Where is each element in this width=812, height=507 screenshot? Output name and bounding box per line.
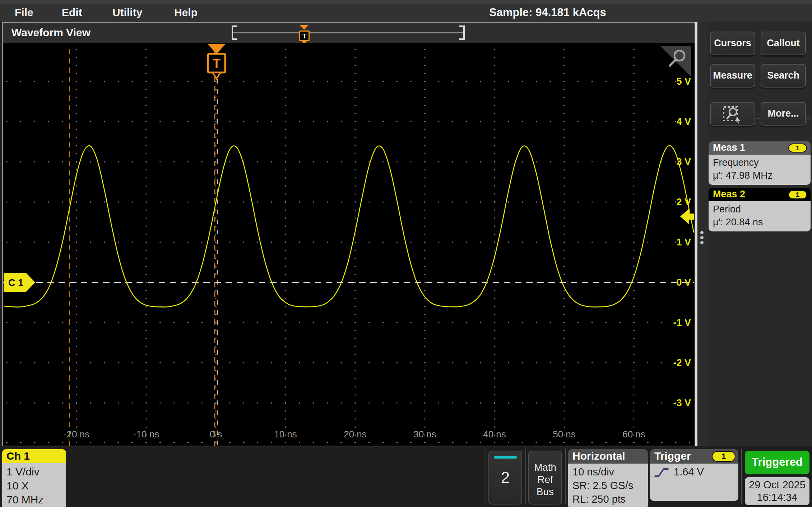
x-axis-label-1: -10 ns xyxy=(133,429,159,440)
y-axis-label-0V: 0 V xyxy=(676,277,691,288)
meas-1-value: µ': 47.98 MHz xyxy=(713,169,806,182)
bottom-bar: Ch 1 1 V/div 10 X 70 MHz 2 Math Ref Bus … xyxy=(0,446,812,507)
trigger-position-flag-icon[interactable]: T xyxy=(299,30,310,41)
acquisition-sample-count: Sample: 94.181 kAcqs xyxy=(489,6,606,19)
horizontal-position-track[interactable] xyxy=(232,32,464,33)
meas-1-card[interactable]: Meas 1 1 Frequency µ': 47.98 MHz xyxy=(709,141,811,185)
svg-text:T: T xyxy=(213,56,221,71)
time-label: 16:14:34 xyxy=(745,491,809,504)
scrollbar-grip-dot xyxy=(700,241,704,244)
trigger-level: 1.64 V xyxy=(674,466,704,478)
zoom-corner-button[interactable] xyxy=(660,46,691,77)
meas-2-header[interactable]: Meas 2 1 xyxy=(709,188,811,201)
menu-utility[interactable]: Utility xyxy=(112,6,142,19)
acquisition-window-left-bracket xyxy=(232,25,237,40)
x-axis-label-7: 50 ns xyxy=(553,429,576,440)
x-axis-label-6: 40 ns xyxy=(483,429,506,440)
waveform-view[interactable]: Waveform View T 5 V4 V3 V2 V1 V0 V-1 V-2… xyxy=(2,22,695,446)
measure-button[interactable]: Measure xyxy=(710,64,755,88)
meas-2-value: µ': 20.84 ns xyxy=(713,216,806,229)
channel-1-plot-badge[interactable]: C 1 xyxy=(4,273,35,292)
meas-1-kind: Frequency xyxy=(713,156,806,169)
horizontal-sample-rate: SR: 2.5 GS/s xyxy=(572,479,648,492)
meas-2-card[interactable]: Meas 2 1 Period µ': 20.84 ns xyxy=(709,188,811,231)
scrollbar-grip-dot xyxy=(700,236,704,239)
channel-2-color-bar xyxy=(494,456,517,459)
meas-2-title: Meas 2 xyxy=(713,189,745,199)
menu-edit[interactable]: Edit xyxy=(62,6,82,19)
x-axis-label-5: 30 ns xyxy=(413,429,436,440)
trigger-position-triangle-icon[interactable] xyxy=(300,25,308,30)
callout-button[interactable]: Callout xyxy=(761,32,806,55)
waveform-plot[interactable]: 5 V4 V3 V2 V1 V0 V-1 V-2 V-3 V-20 ns-10 … xyxy=(3,43,694,446)
trigger-settings: 1.64 V xyxy=(650,464,738,501)
x-axis-label-0: -20 ns xyxy=(64,429,89,440)
menu-file[interactable]: File xyxy=(15,6,33,19)
date-label: 29 Oct 2025 xyxy=(745,479,809,491)
divider xyxy=(741,449,742,504)
math-ref-bus-button[interactable]: Math Ref Bus xyxy=(528,451,562,504)
x-axis-label-8: 60 ns xyxy=(622,429,645,440)
x-axis-label-2: 0 s xyxy=(210,429,222,440)
trigger-card[interactable]: Trigger 1 1.64 V xyxy=(650,449,738,501)
svg-text:C 1: C 1 xyxy=(8,277,23,288)
zoom-select-icon xyxy=(722,105,743,123)
grid-dots xyxy=(6,49,690,443)
trigger-header: Trigger 1 xyxy=(650,449,738,464)
meas-1-header[interactable]: Meas 1 1 xyxy=(709,141,811,155)
horizontal-record-length: RL: 250 pts xyxy=(572,492,648,506)
rising-edge-icon xyxy=(654,467,669,478)
y-axis-label-5V: 5 V xyxy=(676,76,691,87)
trigger-title: Trigger xyxy=(654,450,691,462)
x-axis-label-4: 20 ns xyxy=(344,429,367,440)
channel-1-bandwidth: 70 MHz xyxy=(6,493,66,507)
channel-2-button[interactable]: 2 xyxy=(488,451,522,504)
scrollbar-grip-dot xyxy=(700,231,704,234)
waveform-view-titlebar: Waveform View T xyxy=(3,23,695,43)
y-axis-label--3V: -3 V xyxy=(673,398,691,408)
math-label: Math xyxy=(529,461,561,474)
channel-2-label: 2 xyxy=(489,469,521,487)
divider xyxy=(525,449,526,504)
horizontal-card[interactable]: Horizontal 10 ns/div SR: 2.5 GS/s RL: 25… xyxy=(568,449,648,507)
acquisition-window-right-bracket xyxy=(459,25,465,40)
y-axis-label-1V: 1 V xyxy=(676,237,691,248)
trigger-source-badge: 1 xyxy=(712,451,736,462)
vertical-scrollbar[interactable] xyxy=(695,22,707,446)
zoom-select-button[interactable] xyxy=(710,102,755,126)
meas-1-title: Meas 1 xyxy=(713,142,745,153)
meas-1-body: Frequency µ': 47.98 MHz xyxy=(709,155,811,185)
horizontal-scale: 10 ns/div xyxy=(572,465,648,479)
meas-2-body: Period µ': 20.84 ns xyxy=(709,201,811,231)
channel-1-scale: 1 V/div xyxy=(6,465,66,479)
channel-1-probe: 10 X xyxy=(6,479,66,493)
x-axis-label-3: 10 ns xyxy=(274,429,297,440)
channel-1-header[interactable]: Ch 1 xyxy=(2,449,66,463)
menu-bar: File Edit Utility Help Sample: 94.181 kA… xyxy=(0,0,812,22)
y-axis-label-4V: 4 V xyxy=(676,116,691,127)
waveform-view-title: Waveform View xyxy=(11,27,91,39)
more-button[interactable]: More... xyxy=(761,102,806,126)
divider xyxy=(486,449,486,504)
y-axis-label--1V: -1 V xyxy=(673,317,691,328)
datetime-box: 29 Oct 2025 16:14:34 xyxy=(745,477,809,505)
horizontal-settings: 10 ns/div SR: 2.5 GS/s RL: 250 pts xyxy=(568,464,648,507)
channel-1-settings: 1 V/div 10 X 70 MHz xyxy=(2,463,66,507)
meas-2-kind: Period xyxy=(713,203,806,216)
y-axis-label-3V: 3 V xyxy=(676,156,691,167)
channel-1-card[interactable]: Ch 1 1 V/div 10 X 70 MHz xyxy=(2,449,66,507)
y-axis-label--2V: -2 V xyxy=(673,357,691,368)
divider xyxy=(565,449,566,504)
trigger-status-badge: Triggered xyxy=(745,451,809,474)
y-axis-label-2V: 2 V xyxy=(676,197,691,207)
meas-2-source-badge: 1 xyxy=(788,190,807,199)
cursors-button[interactable]: Cursors xyxy=(710,32,755,55)
ref-label: Ref xyxy=(529,474,561,486)
trigger-marker[interactable]: T xyxy=(207,44,226,79)
horizontal-header: Horizontal xyxy=(568,449,648,464)
right-panel: Cursors Callout Measure Search More... M… xyxy=(707,22,812,446)
search-button[interactable]: Search xyxy=(761,64,806,88)
scrollbar-track-edge xyxy=(695,22,697,446)
menu-help[interactable]: Help xyxy=(174,6,198,19)
bus-label: Bus xyxy=(529,486,561,498)
